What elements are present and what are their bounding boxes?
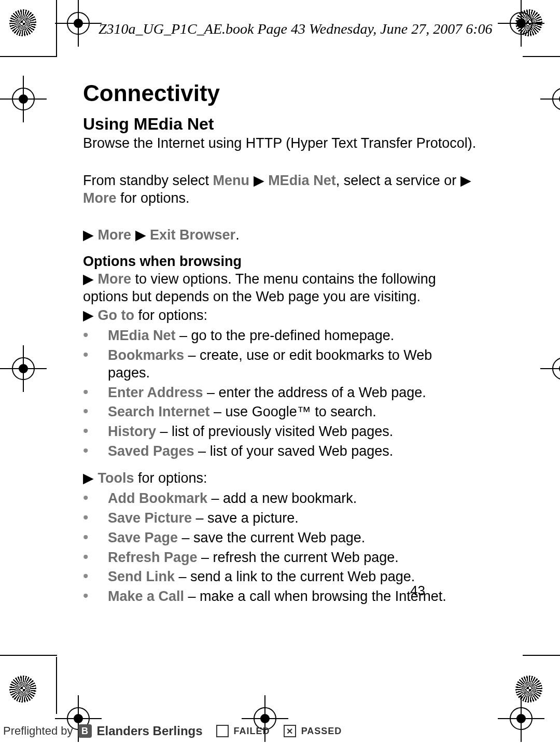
option-label: Refresh Page (108, 550, 198, 565)
crop-line (56, 0, 57, 57)
triangle-right-icon: ▶ (460, 172, 471, 190)
option-label: Add Bookmark (108, 490, 207, 506)
menu-label: More (98, 227, 132, 243)
reg-ball-icon (515, 676, 542, 703)
text: . (235, 227, 240, 243)
option-desc: – send a link to the current Web page. (175, 569, 415, 584)
option-desc: – go to the pre-defined homepage. (176, 328, 395, 343)
option-label: Search Internet (108, 404, 210, 419)
page-content: Connectivity Using MEdia Net Browse the … (83, 80, 477, 615)
option-label: Make a Call (108, 588, 184, 604)
text: From standby select (83, 173, 213, 188)
list-item: Add Bookmark – add a new bookmark. (83, 488, 477, 508)
passed-checkbox-icon: ✕ (284, 725, 296, 737)
list-item: History – list of previously visited Web… (83, 421, 477, 441)
arrow-right-icon: ▶ (135, 227, 146, 244)
menu-label: MEdia Net (268, 173, 336, 188)
list-item: Search Internet – use Google™ to search. (83, 401, 477, 421)
crop-line (523, 655, 560, 656)
failed-checkbox-icon (216, 725, 229, 737)
passed-label: PASSED (301, 726, 342, 737)
option-label: Bookmarks (108, 347, 184, 363)
intro-text: Browse the Internet using HTTP (Hyper Te… (83, 135, 477, 152)
list-item: Refresh Page – refresh the current Web p… (83, 547, 477, 567)
option-label: Saved Pages (108, 443, 194, 459)
option-label: Enter Address (108, 385, 203, 400)
goto-options-list: MEdia Net – go to the pre-defined homepa… (83, 325, 477, 460)
list-item: Bookmarks – create, use or edit bookmark… (83, 345, 477, 382)
menu-label: Menu (213, 173, 250, 188)
tools-line: ▶ Tools for options: (83, 470, 477, 487)
option-desc: – list of your saved Web pages. (194, 443, 394, 459)
crop-line (0, 655, 57, 656)
text: , select a service or (336, 173, 460, 188)
triangle-right-icon: ▶ (83, 307, 94, 325)
crop-line (0, 56, 57, 57)
triangle-right-icon: ▶ (83, 470, 94, 487)
option-desc: – list of previously visited Web pages. (156, 424, 393, 439)
text: for options. (117, 190, 190, 206)
brand-logo-icon: B (78, 724, 92, 738)
section-title: Using MEdia Net (83, 115, 477, 134)
list-item: Enter Address – enter the address of a W… (83, 382, 477, 402)
options-intro: ▶ More to view options. The menu contain… (83, 271, 477, 306)
reg-ball-icon (9, 676, 36, 703)
option-label: Send Link (108, 569, 175, 584)
preflight-footer: Preflighted by B Elanders Berlings FAILE… (0, 718, 342, 744)
option-desc: – save a picture. (192, 510, 299, 526)
text: for options: (134, 307, 207, 323)
goto-line: ▶ Go to for options: (83, 307, 477, 325)
option-desc: – save the current Web page. (178, 530, 365, 545)
crop-line (523, 56, 560, 57)
page-title: Connectivity (83, 80, 477, 106)
nav-instruction: From standby select Menu ▶ MEdia Net, se… (83, 172, 477, 207)
brand-name: Elanders Berlings (97, 724, 203, 738)
exit-instruction: ▶ More ▶ Exit Browser. (83, 227, 477, 244)
text: to view options. The menu contains the f… (83, 271, 436, 304)
arrow-right-icon: ▶ (254, 172, 264, 190)
option-label: Save Picture (108, 510, 192, 526)
list-item: Save Page – save the current Web page. (83, 527, 477, 547)
option-label: MEdia Net (108, 328, 176, 343)
option-desc: – make a call when browsing the Internet… (184, 588, 446, 604)
page-number: 43 (410, 583, 425, 599)
triangle-right-icon: ▶ (83, 227, 94, 244)
reg-ball-icon (9, 9, 36, 36)
option-desc: – add a new bookmark. (207, 490, 357, 506)
menu-label: More (98, 271, 132, 287)
options-heading: Options when browsing (83, 254, 477, 270)
option-label: Save Page (108, 530, 178, 545)
list-item: MEdia Net – go to the pre-defined homepa… (83, 325, 477, 345)
menu-label: More (83, 190, 117, 206)
option-desc: – refresh the current Web page. (198, 550, 399, 565)
option-label: History (108, 424, 156, 439)
failed-label: FAILED (234, 726, 270, 737)
text: for options: (134, 470, 207, 486)
menu-label: Go to (98, 307, 134, 323)
menu-label: Exit Browser (150, 227, 235, 243)
triangle-right-icon: ▶ (83, 271, 94, 288)
menu-label: Tools (98, 470, 134, 486)
option-desc: – use Google™ to search. (210, 404, 376, 419)
crop-line (56, 657, 57, 714)
list-item: Save Picture – save a picture. (83, 508, 477, 527)
option-desc: – enter the address of a Web page. (203, 385, 426, 400)
preflight-by: Preflighted by (3, 724, 73, 738)
list-item: Saved Pages – list of your saved Web pag… (83, 441, 477, 460)
doc-header: Z310a_UG_P1C_AE.book Page 43 Wednesday, … (99, 21, 493, 37)
